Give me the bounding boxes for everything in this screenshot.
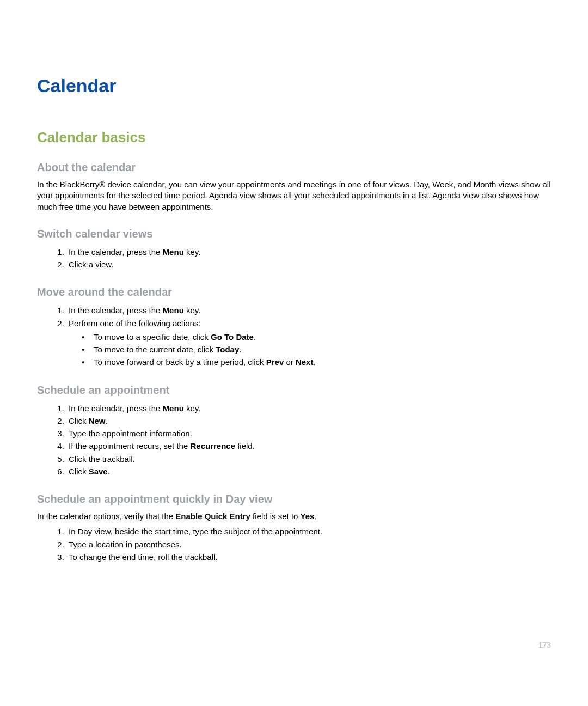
list-item: Click Save. [66,465,551,478]
move-around-steps: In the calendar, press the Menu key. Per… [37,304,551,368]
intro-text: In the calendar options, verify that the [37,512,175,521]
list-item: Type a location in parentheses. [66,538,551,551]
switch-views-steps: In the calendar, press the Menu key. Cli… [37,246,551,271]
schedule-appt-steps: In the calendar, press the Menu key. Cli… [37,402,551,478]
bullet-text: To move forward or back by a time period… [94,357,266,367]
about-body: In the BlackBerry® device calendar, you … [37,179,551,212]
subsection-schedule-quick-title: Schedule an appointment quickly in Day v… [37,493,551,506]
bold-text: Enable Quick Entry [175,512,250,521]
bold-text: Go To Date [211,332,254,342]
bold-text: New [89,416,106,425]
bold-text: Next [296,357,314,367]
page: Calendar Calendar basics About the calen… [0,0,588,706]
subsection-about-title: About the calendar [37,161,551,174]
step-text: In the calendar, press the [69,306,163,315]
step-text: field. [235,441,255,451]
step-text: key. [184,247,201,257]
bullet-text: To move to the current date, click [94,345,216,354]
intro-text: field is set to [250,512,301,521]
step-text: Click [69,467,89,476]
step-text: . [106,416,108,425]
list-item: Type the appointment information. [66,427,551,440]
bold-text: Recurrence [190,441,235,451]
bullet-text: or [284,357,296,367]
list-item: In Day view, beside the start time, type… [66,525,551,538]
bold-text: Save [89,467,108,476]
list-item: In the calendar, press the Menu key. [66,402,551,415]
chapter-title: Calendar [37,75,551,96]
bold-text: Menu [163,247,184,257]
list-item: Perform one of the following actions: To… [66,317,551,369]
subsection-move-around-title: Move around the calendar [37,286,551,299]
step-text: In the calendar, press the [69,247,163,257]
schedule-quick-steps: In Day view, beside the start time, type… [37,525,551,563]
bold-text: Menu [163,306,184,315]
section-title: Calendar basics [37,129,551,146]
subsection-schedule-appt-title: Schedule an appointment [37,384,551,397]
list-item: If the appointment recurs, set the Recur… [66,440,551,452]
step-text: key. [184,404,201,413]
step-text: If the appointment recurs, set the [69,441,190,451]
list-item: To change the end time, roll the trackba… [66,551,551,563]
bullet-text: . [313,357,315,367]
bold-text: Today [216,345,239,354]
move-around-bullets: To move to a specific date, click Go To … [69,331,551,369]
list-item: Click New. [66,415,551,427]
list-item: To move to a specific date, click Go To … [91,331,551,343]
bold-text: Prev [266,357,284,367]
bullet-text: . [254,332,256,342]
intro-text: . [314,512,316,521]
step-text: . [108,467,110,476]
list-item: To move forward or back by a time period… [91,356,551,368]
step-text: Click [69,416,89,425]
schedule-quick-intro: In the calendar options, verify that the… [37,511,551,522]
bullet-text: . [239,345,241,354]
step-text: Perform one of the following actions: [69,319,201,328]
list-item: To move to the current date, click Today… [91,343,551,356]
step-text: key. [184,306,201,315]
step-text: In the calendar, press the [69,404,163,413]
bold-text: Yes [301,512,315,521]
list-item: In the calendar, press the Menu key. [66,304,551,317]
list-item: Click the trackball. [66,453,551,465]
bullet-text: To move to a specific date, click [94,332,211,342]
list-item: Click a view. [66,258,551,271]
bold-text: Menu [163,404,184,413]
list-item: In the calendar, press the Menu key. [66,246,551,258]
page-number: 173 [538,641,551,649]
subsection-switch-views-title: Switch calendar views [37,228,551,240]
